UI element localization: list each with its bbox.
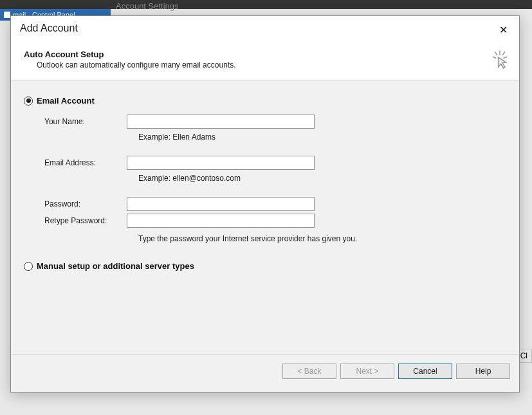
help-button[interactable]: Help [456,364,510,379]
section-description: Outlook can automatically configure many… [37,60,236,69]
dialog-subheader: Auto Account Setup Outlook can automatic… [11,37,519,80]
close-icon: ✕ [499,24,508,36]
cursor-sparkle-icon [490,50,510,72]
add-account-dialog: Add Account ✕ Auto Account Setup Outlook… [10,15,520,392]
your-name-example: Example: Ellen Adams [127,133,320,142]
background-titlebar [0,0,532,9]
cancel-button[interactable]: Cancel [398,364,452,379]
svg-line-4 [502,51,505,55]
radio-manual-setup[interactable]: Manual setup or additional server types [24,261,506,271]
password-label: Password: [44,199,122,208]
radio-icon [24,97,33,106]
dialog-body: Email Account Your Name: Example: Ellen … [11,80,519,355]
close-button[interactable]: ✕ [496,23,510,37]
retype-password-label: Retype Password: [44,216,122,225]
back-button[interactable]: < Back [282,364,336,379]
background-tab-hint: Account Settings [116,1,179,11]
dialog-title: Add Account [20,23,78,34]
radio-manual-setup-label: Manual setup or additional server types [37,261,194,271]
radio-email-account[interactable]: Email Account [24,96,506,106]
control-panel-icon [4,12,10,18]
email-input[interactable] [127,156,315,170]
radio-icon [24,262,33,271]
email-label: Email Address: [44,158,122,167]
svg-line-3 [495,51,497,55]
radio-email-account-label: Email Account [37,96,95,106]
your-name-label: Your Name: [44,117,122,126]
email-example: Example: ellen@contoso.com [127,174,320,183]
password-hint: Type the password your Internet service … [127,234,397,243]
section-title: Auto Account Setup [24,50,104,59]
password-input[interactable] [127,197,315,211]
dialog-footer: < Back Next > Cancel Help [11,355,519,392]
subheader-text: Auto Account Setup Outlook can automatic… [24,50,236,69]
next-button[interactable]: Next > [340,364,394,379]
dialog-header: Add Account ✕ [11,16,519,37]
retype-password-input[interactable] [127,214,315,228]
email-account-form: Your Name: Example: Ellen Adams Email Ad… [44,115,506,243]
svg-line-2 [504,57,508,58]
svg-line-1 [493,57,497,58]
your-name-input[interactable] [127,115,315,129]
